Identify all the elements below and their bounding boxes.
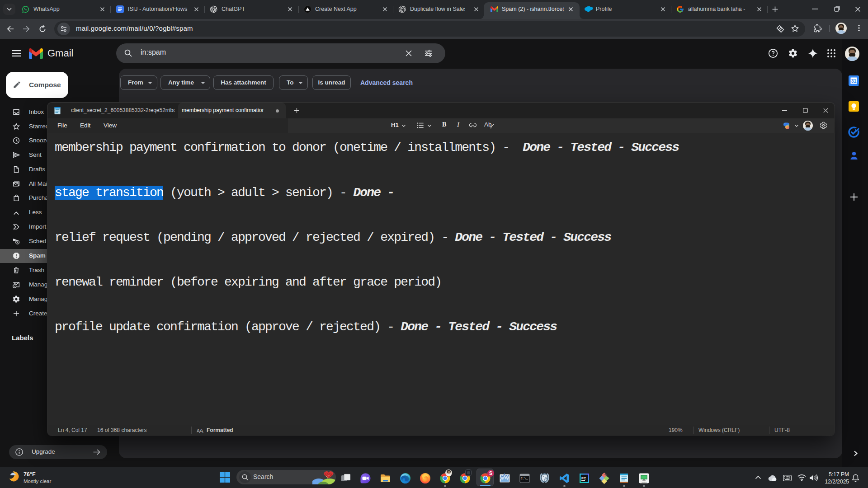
svg-text:TaskPro: TaskPro bbox=[642, 482, 647, 483]
svg-text:PC: PC bbox=[581, 476, 586, 480]
svg-text:C:\_: C:\_ bbox=[521, 477, 528, 480]
svg-text:A: A bbox=[199, 428, 203, 433]
svg-text:31: 31 bbox=[851, 78, 857, 84]
